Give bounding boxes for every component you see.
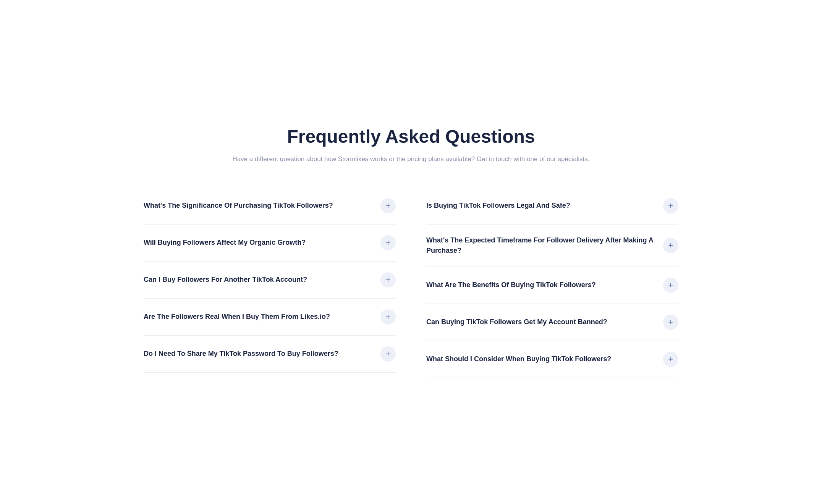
faq-toggle-q1[interactable]: + [380, 198, 396, 213]
faq-toggle-q3[interactable]: + [380, 272, 396, 288]
faq-column-left: What's The Significance Of Purchasing Ti… [144, 187, 396, 378]
faq-toggle-q10[interactable]: + [663, 352, 678, 367]
faq-item-q8[interactable]: What Are The Benefits Of Buying TikTok F… [426, 267, 678, 304]
faq-question-q9: Can Buying TikTok Followers Get My Accou… [426, 317, 655, 327]
faq-question-q5: Do I Need To Share My TikTok Password To… [144, 349, 373, 359]
faq-toggle-q8[interactable]: + [663, 278, 678, 293]
faq-subtitle: Have a different question about how Stor… [144, 154, 678, 164]
faq-question-q2: Will Buying Followers Affect My Organic … [144, 237, 373, 248]
faq-item-q9[interactable]: Can Buying TikTok Followers Get My Accou… [426, 304, 678, 341]
faq-grid: What's The Significance Of Purchasing Ti… [144, 187, 678, 378]
faq-toggle-q4[interactable]: + [380, 309, 396, 325]
faq-header: Frequently Asked Questions Have a differ… [144, 126, 678, 164]
faq-item-q6[interactable]: Is Buying TikTok Followers Legal And Saf… [426, 187, 678, 225]
faq-toggle-q7[interactable]: + [663, 238, 678, 253]
faq-question-q4: Are The Followers Real When I Buy Them F… [144, 312, 373, 322]
faq-item-q2[interactable]: Will Buying Followers Affect My Organic … [144, 225, 396, 262]
faq-toggle-q2[interactable]: + [380, 235, 396, 250]
faq-item-q1[interactable]: What's The Significance Of Purchasing Ti… [144, 187, 396, 225]
faq-item-q7[interactable]: What's The Expected Timeframe For Follow… [426, 225, 678, 267]
faq-column-right: Is Buying TikTok Followers Legal And Saf… [426, 187, 678, 378]
faq-question-q10: What Should I Consider When Buying TikTo… [426, 354, 655, 364]
faq-question-q8: What Are The Benefits Of Buying TikTok F… [426, 280, 655, 290]
faq-item-q3[interactable]: Can I Buy Followers For Another TikTok A… [144, 262, 396, 299]
faq-toggle-q6[interactable]: + [663, 198, 678, 213]
faq-question-q1: What's The Significance Of Purchasing Ti… [144, 200, 373, 211]
faq-toggle-q5[interactable]: + [380, 346, 396, 362]
faq-item-q5[interactable]: Do I Need To Share My TikTok Password To… [144, 336, 396, 373]
faq-section: Frequently Asked Questions Have a differ… [144, 126, 678, 378]
faq-question-q7: What's The Expected Timeframe For Follow… [426, 235, 655, 256]
faq-item-q4[interactable]: Are The Followers Real When I Buy Them F… [144, 299, 396, 336]
faq-question-q3: Can I Buy Followers For Another TikTok A… [144, 275, 373, 285]
faq-question-q6: Is Buying TikTok Followers Legal And Saf… [426, 200, 655, 211]
faq-title: Frequently Asked Questions [144, 126, 678, 147]
faq-item-q10[interactable]: What Should I Consider When Buying TikTo… [426, 341, 678, 378]
faq-toggle-q9[interactable]: + [663, 315, 678, 330]
